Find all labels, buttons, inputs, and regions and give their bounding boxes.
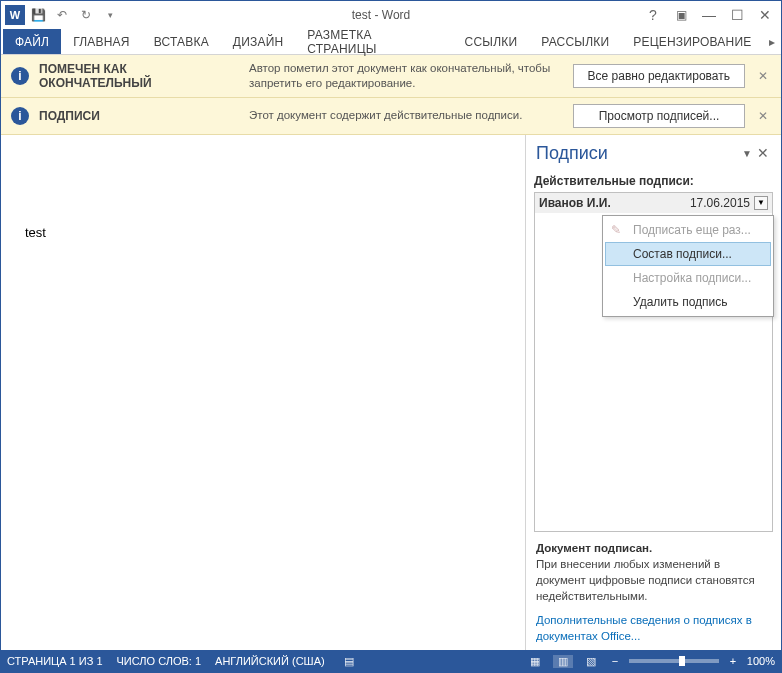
signature-row[interactable]: Иванов И.И. 17.06.2015 ▼ (535, 193, 772, 213)
status-right: ▦ ▥ ▧ − + 100% (525, 655, 775, 668)
message-bar-final: i ПОМЕЧЕН КАК ОКОНЧАТЕЛЬНЫЙ Автор помети… (1, 55, 781, 98)
word-count[interactable]: ЧИСЛО СЛОВ: 1 (117, 655, 202, 667)
pane-footer: Документ подписан. При внесении любых из… (534, 532, 773, 653)
help-icon[interactable]: ? (641, 4, 665, 26)
info-icon: i (11, 107, 29, 125)
quick-access-toolbar: W 💾 ↶ ↻ ▾ (5, 4, 121, 26)
window-controls: ? ▣ — ☐ ✕ (641, 4, 777, 26)
ribbon-options-icon[interactable]: ▣ (669, 4, 693, 26)
status-bar: СТРАНИЦА 1 ИЗ 1 ЧИСЛО СЛОВ: 1 АНГЛИЙСКИЙ… (1, 650, 781, 672)
signed-warning: При внесении любых изменений в документ … (536, 556, 771, 604)
final-text: Автор пометил этот документ как окончате… (249, 61, 563, 91)
signatures-pane: Подписи ▼ ✕ Действительные подписи: Иван… (525, 135, 781, 658)
macro-icon[interactable]: ▤ (339, 655, 359, 668)
ribbon-tabs: ФАЙЛ ГЛАВНАЯ ВСТАВКА ДИЗАЙН РАЗМЕТКА СТР… (1, 29, 781, 55)
menu-signature-details[interactable]: Состав подписи... (605, 242, 771, 266)
close-bar1-icon[interactable]: ✕ (755, 68, 771, 84)
main-area: test Подписи ▼ ✕ Действительные подписи:… (1, 135, 781, 658)
final-title: ПОМЕЧЕН КАК ОКОНЧАТЕЛЬНЫЙ (39, 62, 239, 90)
tab-home[interactable]: ГЛАВНАЯ (61, 29, 141, 54)
document-area[interactable]: test (1, 135, 525, 658)
message-bar-signatures: i ПОДПИСИ Этот документ содержит действи… (1, 98, 781, 135)
window-title: test - Word (121, 8, 641, 22)
tab-review[interactable]: РЕЦЕНЗИРОВАНИЕ (621, 29, 763, 54)
signature-date: 17.06.2015 (690, 196, 750, 210)
menu-sign-again: ✎ Подписать еще раз... (605, 218, 771, 242)
tab-mailings[interactable]: РАССЫЛКИ (529, 29, 621, 54)
tab-scroll-right-icon[interactable]: ▸ (763, 29, 781, 54)
menu-remove-signature[interactable]: Удалить подпись (605, 290, 771, 314)
signatures-help-link[interactable]: Дополнительные сведения о подписях в док… (536, 612, 771, 644)
info-icon: i (11, 67, 29, 85)
signatures-title: ПОДПИСИ (39, 109, 239, 123)
signed-status: Документ подписан. (536, 540, 771, 556)
signatures-text: Этот документ содержит действительные по… (249, 108, 563, 123)
word-app-icon: W (5, 5, 25, 25)
menu-signature-setup: Настройка подписи... (605, 266, 771, 290)
pane-body: Действительные подписи: Иванов И.И. 17.0… (526, 168, 781, 659)
zoom-out-button[interactable]: − (609, 655, 621, 667)
pane-close-icon[interactable]: ✕ (755, 145, 771, 161)
pane-options-icon[interactable]: ▼ (739, 148, 755, 159)
page-indicator[interactable]: СТРАНИЦА 1 ИЗ 1 (7, 655, 103, 667)
document-text: test (25, 225, 46, 240)
tab-references[interactable]: ССЫЛКИ (453, 29, 530, 54)
tab-file[interactable]: ФАЙЛ (3, 29, 61, 54)
tab-layout[interactable]: РАЗМЕТКА СТРАНИЦЫ (295, 29, 452, 54)
qat-customize-icon[interactable]: ▾ (99, 4, 121, 26)
close-bar2-icon[interactable]: ✕ (755, 108, 771, 124)
maximize-button[interactable]: ☐ (725, 4, 749, 26)
language-indicator[interactable]: АНГЛИЙСКИЙ (США) (215, 655, 325, 667)
status-left: СТРАНИЦА 1 ИЗ 1 ЧИСЛО СЛОВ: 1 АНГЛИЙСКИЙ… (7, 655, 359, 668)
tab-design[interactable]: ДИЗАЙН (221, 29, 296, 54)
zoom-thumb[interactable] (679, 656, 685, 666)
signature-list: Иванов И.И. 17.06.2015 ▼ ✎ Подписать еще… (534, 192, 773, 532)
edit-anyway-button[interactable]: Все равно редактировать (573, 64, 745, 88)
zoom-slider[interactable] (629, 659, 719, 663)
view-signatures-button[interactable]: Просмотр подписей... (573, 104, 745, 128)
signature-context-menu: ✎ Подписать еще раз... Состав подписи...… (602, 215, 774, 317)
pane-title: Подписи (536, 143, 739, 164)
pane-header: Подписи ▼ ✕ (526, 135, 781, 168)
web-layout-icon[interactable]: ▧ (581, 655, 601, 668)
read-mode-icon[interactable]: ▦ (525, 655, 545, 668)
signature-name: Иванов И.И. (539, 196, 690, 210)
minimize-button[interactable]: — (697, 4, 721, 26)
print-layout-icon[interactable]: ▥ (553, 655, 573, 668)
zoom-in-button[interactable]: + (727, 655, 739, 667)
redo-icon[interactable]: ↻ (75, 4, 97, 26)
save-icon[interactable]: 💾 (27, 4, 49, 26)
valid-signatures-label: Действительные подписи: (534, 174, 773, 188)
tab-insert[interactable]: ВСТАВКА (142, 29, 221, 54)
signature-dropdown-button[interactable]: ▼ (754, 196, 768, 210)
sign-icon: ✎ (611, 223, 625, 237)
undo-icon[interactable]: ↶ (51, 4, 73, 26)
zoom-level[interactable]: 100% (747, 655, 775, 667)
close-button[interactable]: ✕ (753, 4, 777, 26)
titlebar: W 💾 ↶ ↻ ▾ test - Word ? ▣ — ☐ ✕ (1, 1, 781, 29)
